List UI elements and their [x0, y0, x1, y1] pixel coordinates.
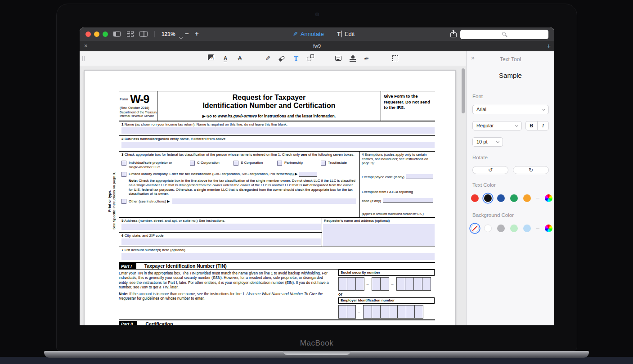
ein-cells: – — [338, 305, 435, 319]
underline-tool-icon[interactable]: A — [221, 54, 230, 63]
form-line6: 6 City, state, and ZIP code — [119, 233, 322, 247]
ein-cell[interactable] — [397, 305, 406, 319]
sidebar-view-button[interactable] — [113, 31, 121, 39]
fullscreen-window-button[interactable] — [103, 31, 108, 37]
ein-cell[interactable] — [347, 305, 356, 319]
annotate-mode-button[interactable]: ✎ Annotate — [293, 31, 324, 37]
zoom-level[interactable]: 121% — [162, 31, 175, 37]
stamp-tool-icon[interactable] — [348, 54, 357, 63]
name-field[interactable] — [121, 127, 435, 134]
text-color-blue[interactable] — [497, 194, 505, 202]
ssn-label: Social security number — [338, 270, 435, 276]
text-color-wheel[interactable] — [545, 194, 552, 202]
checkbox-partnership[interactable] — [277, 161, 282, 166]
account-numbers-field[interactable] — [121, 253, 435, 260]
bold-button[interactable]: B — [526, 121, 538, 130]
background-color-white[interactable] — [484, 225, 492, 232]
ein-cell[interactable] — [414, 305, 423, 319]
desktop-background: 121% − + ✎ Annotate T Edit — [0, 0, 633, 364]
ein-cell[interactable] — [389, 305, 398, 319]
italic-button[interactable]: I — [538, 121, 549, 130]
form-number: W-9 — [130, 93, 149, 105]
note-tool-icon[interactable] — [334, 54, 343, 63]
ssn-cell[interactable] — [380, 277, 389, 291]
rotate-left-button[interactable]: ↺ — [472, 166, 508, 174]
requester-box: Requester's name and address (optional) — [322, 218, 435, 247]
tin-entry-area: Social security number – – — [337, 270, 435, 319]
checkbox-c-corporation[interactable] — [190, 161, 195, 166]
fatca-code-field[interactable] — [383, 198, 433, 203]
ssn-cell[interactable] — [396, 277, 405, 291]
checkbox-s-corporation[interactable] — [233, 161, 238, 166]
sample-preview: Sample — [467, 72, 554, 79]
signature-tool-icon[interactable]: ✒ — [362, 54, 371, 63]
document-scroll-area[interactable]: Print or type. See Specific Instructions… — [80, 66, 466, 325]
font-family-select[interactable]: Arial — [472, 105, 549, 114]
strikethrough-tool-icon[interactable]: A — [235, 54, 244, 63]
toolbar-drag-handle[interactable] — [82, 56, 85, 61]
text-color-orange[interactable] — [523, 194, 531, 202]
annotate-pen-icon: ✎ — [293, 31, 298, 37]
ssn-cell[interactable] — [405, 277, 414, 291]
other-field[interactable] — [172, 198, 356, 204]
ssn-cell[interactable] — [372, 277, 381, 291]
ein-cell[interactable] — [338, 305, 347, 319]
address-field[interactable] — [121, 224, 321, 230]
checkbox-trust-estate[interactable] — [321, 161, 326, 166]
font-style-select[interactable]: Regular — [472, 121, 522, 130]
zoom-chevron-icon[interactable] — [180, 32, 182, 40]
zoom-out-button[interactable]: − — [185, 30, 189, 37]
part1-instructions: Enter your TIN in the appropriate box. T… — [119, 270, 337, 319]
ein-cell[interactable] — [363, 305, 372, 319]
background-color-gray[interactable] — [497, 225, 505, 232]
tab-title[interactable]: fw9 — [80, 43, 554, 49]
text-color-black-selected[interactable] — [484, 194, 492, 202]
text-color-green[interactable] — [510, 194, 518, 202]
business-name-field[interactable] — [121, 142, 435, 148]
minimize-window-button[interactable] — [94, 31, 99, 37]
ein-cell[interactable] — [380, 305, 389, 319]
rotate-right-button[interactable]: ↻ — [513, 166, 549, 174]
thumbnails-view-button[interactable] — [127, 31, 134, 37]
or-label: or — [338, 292, 435, 297]
ssn-cell[interactable] — [413, 277, 422, 291]
eraser-tool-icon[interactable] — [277, 54, 286, 63]
vertical-scrollbar[interactable] — [462, 68, 465, 113]
requester-field[interactable] — [323, 224, 435, 246]
background-color-blue[interactable] — [523, 225, 531, 232]
exempt-payee-code-field[interactable] — [406, 174, 433, 179]
font-size-select[interactable]: 10 pt — [472, 137, 503, 147]
new-tab-button[interactable]: + — [547, 42, 551, 49]
edit-mode-button[interactable]: T Edit — [337, 31, 355, 37]
swatch-divider — [536, 198, 539, 198]
city-state-zip-field[interactable] — [121, 238, 321, 245]
text-tool-icon[interactable]: T — [292, 54, 301, 63]
ssn-cell[interactable] — [338, 277, 347, 291]
text-color-red[interactable] — [471, 194, 479, 202]
ein-cell[interactable] — [372, 305, 381, 319]
checkbox-other[interactable] — [121, 199, 126, 204]
shapes-tool-icon[interactable] — [306, 54, 315, 63]
ssn-cell[interactable] — [347, 277, 356, 291]
pencil-tool-icon[interactable]: ✎ — [263, 54, 272, 63]
two-page-view-button[interactable] — [139, 31, 148, 39]
select-tool-icon[interactable] — [391, 54, 400, 63]
background-color-wheel[interactable] — [545, 225, 552, 232]
background-color-green[interactable] — [510, 225, 518, 232]
annotation-toolbar: A A ✎ T ✒ — [80, 51, 466, 66]
background-color-none-selected[interactable] — [471, 225, 479, 232]
form-side-note: Print or type. See Specific Instructions… — [108, 146, 117, 256]
highlight-text-tool-icon[interactable] — [207, 54, 215, 63]
w9-form: Print or type. See Specific Instructions… — [119, 91, 435, 325]
close-window-button[interactable] — [85, 31, 91, 37]
ssn-cell[interactable] — [355, 277, 364, 291]
ssn-cell[interactable] — [422, 277, 431, 291]
checkbox-llc[interactable] — [121, 172, 126, 177]
ein-cell[interactable] — [406, 305, 415, 319]
checkbox-individual[interactable] — [121, 161, 126, 166]
search-input[interactable] — [460, 30, 548, 39]
llc-classification-field[interactable] — [299, 172, 317, 177]
chevron-down-icon — [515, 124, 518, 127]
zoom-in-button[interactable]: + — [195, 30, 199, 37]
share-button[interactable] — [450, 30, 457, 38]
